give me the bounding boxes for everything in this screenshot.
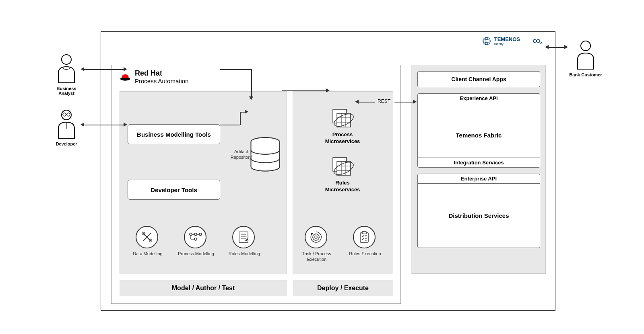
svg-point-50 bbox=[66, 70, 67, 70]
enterprise-api-header: Enterprise API bbox=[418, 174, 540, 184]
svg-point-49 bbox=[64, 69, 65, 70]
developer-actor: Developer bbox=[48, 109, 85, 146]
arrow bbox=[240, 112, 241, 125]
globe-icon bbox=[482, 37, 491, 45]
svg-point-3 bbox=[540, 42, 541, 43]
task-process-execution-label: Task / Process Execution bbox=[297, 251, 337, 262]
arrow-head-icon bbox=[564, 45, 568, 49]
temenos-name: TEMENOS bbox=[494, 36, 520, 42]
rules-microservices-icon bbox=[331, 156, 357, 179]
artifact-repository-label: Artifact Repository bbox=[229, 149, 253, 160]
arrow bbox=[358, 102, 375, 102]
arrow bbox=[84, 125, 124, 125]
arrow bbox=[220, 125, 240, 125]
infinity-icon bbox=[530, 37, 543, 45]
business-analyst-actor: Business Analyst bbox=[48, 53, 85, 96]
developer-label: Developer bbox=[56, 141, 77, 146]
task-process-execution-icon bbox=[305, 226, 327, 248]
svg-rect-44 bbox=[362, 232, 366, 234]
rules-execution-label: Rules Execution bbox=[345, 251, 385, 256]
bank-customer-actor: Bank Customer bbox=[568, 39, 604, 77]
business-modelling-tools-box: Business Modelling Tools bbox=[128, 124, 220, 144]
phase-deploy-label: Deploy / Execute bbox=[293, 280, 393, 296]
arrow-head-icon bbox=[245, 110, 248, 114]
temenos-panel: Client Channel Apps Experience API Temen… bbox=[411, 65, 546, 274]
process-modelling-label: Process Modelling bbox=[176, 251, 216, 256]
arrow-head-icon bbox=[124, 123, 127, 127]
distribution-services-label: Distribution Services bbox=[448, 184, 509, 248]
rules-modelling-label: Rules Modelling bbox=[224, 251, 264, 256]
experience-api-header: Experience API bbox=[418, 94, 540, 103]
client-channel-apps-box: Client Channel Apps bbox=[417, 71, 540, 87]
arrow-head-icon bbox=[326, 88, 330, 92]
database-icon bbox=[248, 137, 282, 174]
process-microservices-label: Process Microservices bbox=[318, 131, 367, 145]
svg-point-36 bbox=[313, 234, 319, 240]
process-microservices-icon bbox=[331, 107, 357, 131]
arrow bbox=[394, 102, 414, 102]
arrow bbox=[282, 90, 326, 91]
arrow-head-icon bbox=[413, 100, 417, 104]
rules-microservices-label: Rules Microservices bbox=[318, 180, 367, 193]
svg-rect-14 bbox=[337, 162, 351, 175]
bank-customer-label: Bank Customer bbox=[569, 72, 602, 77]
redhat-product: Process Automation bbox=[135, 78, 188, 84]
arrow-head-icon bbox=[249, 96, 253, 100]
logo-separator bbox=[525, 36, 525, 46]
person-icon bbox=[54, 109, 78, 139]
developer-tools-box: Developer Tools bbox=[128, 180, 220, 200]
data-modelling-label: Data Modelling bbox=[128, 251, 168, 256]
redhat-title: Red Hat Process Automation bbox=[120, 69, 188, 84]
arrow-head-icon bbox=[80, 67, 84, 71]
svg-point-48 bbox=[62, 55, 71, 64]
redhat-brand: Red Hat bbox=[135, 69, 188, 78]
svg-point-24 bbox=[190, 233, 192, 236]
arrow-head-icon bbox=[124, 67, 127, 71]
svg-point-0 bbox=[483, 37, 490, 45]
process-modelling-icon bbox=[184, 226, 206, 248]
data-modelling-icon bbox=[136, 226, 158, 248]
person-icon bbox=[574, 39, 598, 70]
svg-point-28 bbox=[199, 233, 202, 236]
rules-modelling-icon bbox=[232, 226, 255, 248]
phase-model-label: Model / Author / Test bbox=[120, 280, 287, 296]
redhat-icon bbox=[120, 72, 131, 81]
integration-services-header: Integration Services bbox=[418, 158, 540, 167]
svg-point-26 bbox=[194, 233, 197, 236]
svg-point-1 bbox=[483, 39, 490, 42]
svg-point-57 bbox=[581, 41, 590, 51]
svg-rect-7 bbox=[337, 113, 351, 127]
system-frame: TEMENOS Infinity Red Hat Process Automat… bbox=[101, 31, 555, 311]
temenos-fabric-box: Experience API Temenos Fabric Integratio… bbox=[417, 93, 540, 168]
arrow bbox=[548, 47, 565, 48]
arrow-head-icon bbox=[545, 45, 549, 49]
arrow bbox=[220, 69, 251, 70]
svg-point-2 bbox=[485, 37, 488, 45]
temenos-sub: Infinity bbox=[494, 42, 520, 46]
arrow bbox=[84, 69, 124, 70]
rest-label: REST bbox=[378, 98, 390, 104]
person-icon bbox=[54, 53, 78, 84]
rules-execution-icon bbox=[353, 226, 376, 248]
arrow-head-icon bbox=[80, 123, 84, 127]
svg-point-31 bbox=[194, 238, 197, 240]
svg-point-37 bbox=[315, 236, 317, 238]
svg-point-51 bbox=[68, 69, 68, 70]
business-analyst-label: Business Analyst bbox=[48, 86, 85, 96]
temenos-logo: TEMENOS Infinity bbox=[482, 36, 543, 46]
distribution-services-box: Enterprise API Distribution Services bbox=[417, 174, 540, 248]
arrow bbox=[251, 69, 252, 97]
arrow-head-icon bbox=[355, 100, 359, 104]
